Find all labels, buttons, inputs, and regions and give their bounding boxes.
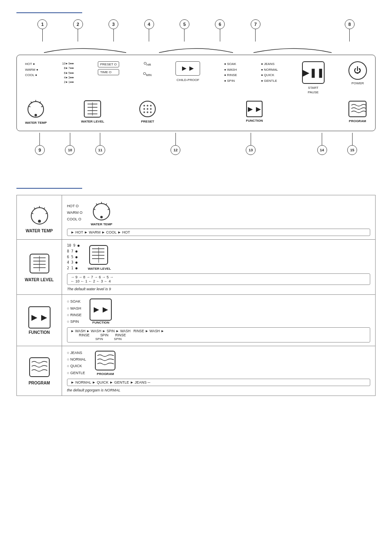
details-table: WATER TEMP HOT O WARM O COOL O xyxy=(16,195,376,396)
callout-line-8 xyxy=(349,29,350,42)
water-temp-knob-area: WATER TEMP xyxy=(25,99,47,125)
fn-icon-display: ►► xyxy=(28,306,51,329)
start-pause-btn[interactable]: ▶❚❚ xyxy=(302,61,325,84)
number-11: 11 xyxy=(95,145,105,155)
double-arrow-icon: ►► xyxy=(180,64,195,73)
function-icon[interactable]: ►► xyxy=(246,101,263,117)
start-pause-label: STARTPAUSE xyxy=(308,86,319,95)
prog-detail-svg xyxy=(28,356,51,378)
svg-point-19 xyxy=(150,108,152,110)
wl-diagram: WATER LEVEL xyxy=(88,244,111,271)
prog-icon-cell: PROGRAM xyxy=(17,346,62,396)
function-bottom-label: FUNCTION xyxy=(246,119,263,123)
callout-line-14 xyxy=(322,133,322,145)
preset-bottom-label: PRESET xyxy=(141,120,154,123)
program-icon-area: PROGRAM xyxy=(348,100,367,123)
power-label: POWER xyxy=(351,81,364,85)
wt-flow-text: HOT xyxy=(75,230,84,234)
detail-row-water-level: WATER LEVEL 10 9 ● 8 7 ● 6 5 ● 4 3 ● 2 1… xyxy=(17,240,376,295)
hr-display: OHR xyxy=(144,61,151,67)
callout-line-6 xyxy=(220,29,220,42)
number-3: 3 xyxy=(108,19,118,29)
number-2: 2 xyxy=(73,19,83,29)
number-7: 7 xyxy=(251,19,261,29)
preset-buttons: PRESET O TIME O xyxy=(98,61,119,75)
number-14: 14 xyxy=(317,145,327,155)
preset-btn[interactable]: PRESET O xyxy=(98,61,119,67)
temp-options-list: HOT ● WARM ● COOL ● xyxy=(25,61,38,78)
callout-4: 4 xyxy=(144,19,154,42)
fn-diag-label: FUNCTION xyxy=(90,321,112,324)
callout-line-10 xyxy=(70,133,70,145)
power-btn[interactable]: ⏻ xyxy=(348,61,367,80)
hot-option: HOT ● xyxy=(25,61,38,67)
callout-line-11 xyxy=(100,133,100,145)
water-temp-bottom-label: WATER TEMP xyxy=(25,121,47,125)
fn-flow-3: SPIN SPIN xyxy=(71,337,367,341)
fn-diag-icon: ►► xyxy=(90,298,112,321)
wt-flow-hot2: HOT xyxy=(122,230,130,234)
number-4: 4 xyxy=(144,19,154,29)
wash-options-control: ● SOAK ● WASH ● RINSE ● SPIN xyxy=(224,61,237,83)
wt-inner: HOT O WARM O COOL O xyxy=(67,199,370,226)
prog-jeans: ○ JEANS xyxy=(67,349,86,356)
wt-flow-cool: COOL xyxy=(106,230,118,234)
time-btn[interactable]: TIME O xyxy=(98,69,119,75)
wt-flow-arrow-4: ► xyxy=(118,230,121,234)
callout-1: 1 xyxy=(37,19,47,42)
section-divider-2 xyxy=(16,188,82,189)
fn-wash: ○ WASH xyxy=(67,305,81,312)
top-row-controls: HOT ● WARM ● COOL ● 10● 9●● 8● 7●● 6● 5●… xyxy=(25,61,367,95)
callout-15: 15 xyxy=(347,133,357,155)
wt-options-list: HOT O WARM O COOL O xyxy=(67,203,83,223)
number-5: 5 xyxy=(180,19,189,29)
wt-flow-arrow-1: ► xyxy=(71,230,74,234)
wl-diag-label: WATER LEVEL xyxy=(88,267,111,271)
callout-11: 11 xyxy=(95,133,105,155)
number-10: 10 xyxy=(65,145,75,155)
number-1: 1 xyxy=(37,19,47,29)
wl-content-cell: 10 9 ● 8 7 ● 6 5 ● 4 3 ● 2 1 ● xyxy=(62,240,376,295)
svg-point-32 xyxy=(100,216,103,218)
fn-icon-cell: ►► FUNCTION xyxy=(17,295,62,346)
svg-point-14 xyxy=(143,105,145,106)
svg-point-18 xyxy=(147,108,148,110)
wl-icon-label: WATER LEVEL xyxy=(22,278,57,282)
callout-12: 12 xyxy=(171,133,180,155)
callout-line-15 xyxy=(352,133,353,145)
program-options-control: ● JEANS ● NORMAL ● QUICK ● GENTLE xyxy=(261,61,278,83)
number-6: 6 xyxy=(215,19,225,29)
program-bottom-label: PROGRAM xyxy=(349,119,366,123)
fn-flow-box: ► WASH ► WASH ► SPIN ► WASH RINSE ► WASH… xyxy=(67,327,370,342)
svg-point-20 xyxy=(143,111,145,113)
fn-soak: ○ SOAK xyxy=(67,298,81,305)
callout-line-7 xyxy=(255,29,256,42)
prog-flow-box: ► NORMAL ► QUICK ► GENTLE ► JEANS ─ xyxy=(67,379,370,386)
page-container: 1 2 3 4 5 xyxy=(0,0,392,408)
wl-detail-svg xyxy=(28,252,51,275)
fn-options: ○ SOAK ○ WASH ○ RINSE ○ SPIN xyxy=(67,298,81,325)
prog-note: the default pgorgam is NORMAL xyxy=(67,388,370,392)
panel-section: 1 2 3 4 5 xyxy=(16,12,376,155)
detail-row-water-temp: WATER TEMP HOT O WARM O COOL O xyxy=(17,195,376,240)
detail-row-function: ►► FUNCTION ○ SOAK ○ WASH ○ RINSE ○ SPIN xyxy=(17,295,376,346)
callout-line-9 xyxy=(39,133,40,145)
number-9: 9 xyxy=(35,145,45,155)
childproof-label: CHILD-PROOF xyxy=(177,78,199,82)
water-level-bottom-label: WATER LEVEL xyxy=(81,120,104,123)
callout-line-12 xyxy=(175,133,176,145)
water-temp-knob-svg xyxy=(27,99,45,119)
function-icon-area: ►► FUNCTION xyxy=(246,101,263,123)
wl-note: The default water level is 9 xyxy=(67,287,370,291)
wt-warm: WARM O xyxy=(67,209,83,216)
play-pause-icon: ▶❚❚ xyxy=(302,67,324,78)
callout-line-1 xyxy=(42,29,43,42)
callout-line-4 xyxy=(149,29,149,42)
wl-flow-2: ← 10 ← 1 ← 2 ← 3 ← 4 xyxy=(71,279,367,283)
program-options: ● JEANS ● NORMAL ● QUICK ● GENTLE xyxy=(261,61,278,83)
water-level-control: 10● 9●● 8● 7●● 6● 5●● 4● 3●● 2● 1●● xyxy=(62,61,74,84)
top-callout-numbers: 1 2 3 4 5 xyxy=(16,19,376,42)
callout-line-5 xyxy=(184,29,184,42)
prog-diagram: PROGRAM xyxy=(94,350,116,376)
wt-options: HOT O WARM O COOL O xyxy=(67,203,83,223)
